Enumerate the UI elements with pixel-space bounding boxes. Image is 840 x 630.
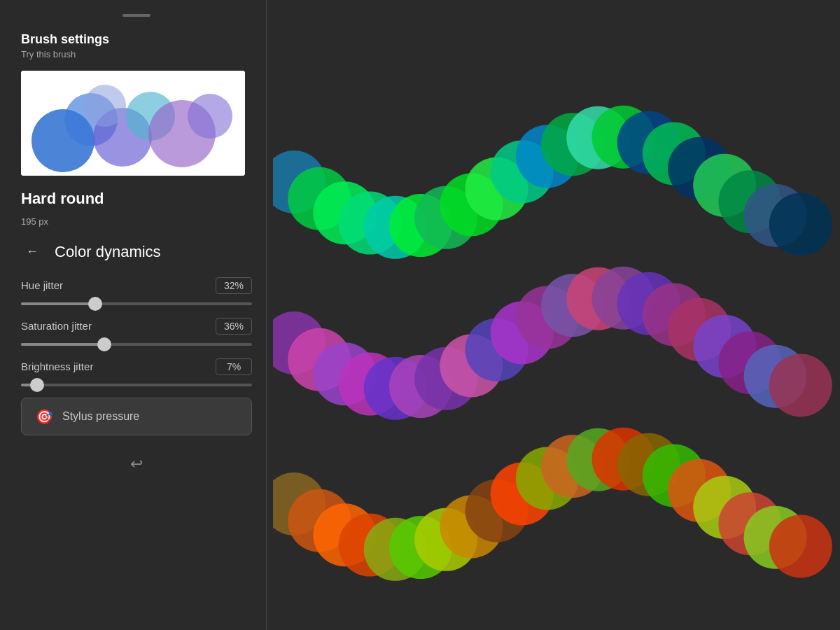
hue-jitter-fill — [21, 302, 95, 305]
brightness-jitter-label: Brightness jitter — [21, 360, 93, 372]
hue-jitter-value[interactable]: 32% — [216, 277, 252, 294]
saturation-jitter-thumb[interactable] — [97, 337, 111, 351]
brush-settings-title: Brush settings — [21, 32, 252, 48]
brightness-jitter-row: Brightness jitter 7% — [21, 358, 252, 375]
brightness-jitter-track[interactable] — [21, 384, 252, 386]
back-button[interactable]: ← — [21, 241, 43, 263]
panel-header: Brush settings Try this brush — [21, 32, 252, 59]
saturation-jitter-row: Saturation jitter 36% — [21, 318, 252, 335]
hue-jitter-thumb[interactable] — [88, 297, 102, 311]
hue-jitter-label: Hue jitter — [21, 279, 63, 291]
drag-handle[interactable] — [122, 14, 150, 17]
hue-jitter-row: Hue jitter 32% — [21, 277, 252, 294]
brush-name: Hard round — [21, 190, 252, 208]
brush-settings-panel: Brush settings Try this brush Hard round… — [0, 0, 273, 630]
brightness-jitter-thumb[interactable] — [30, 378, 44, 392]
saturation-jitter-label: Saturation jitter — [21, 320, 92, 332]
settings-area: Hue jitter 32% Saturation jitter 36% Bri… — [21, 277, 252, 386]
panel-divider — [266, 0, 267, 630]
color-dynamics-title: Color dynamics — [55, 243, 161, 261]
undo-icon: ↩ — [130, 455, 143, 473]
hue-jitter-track[interactable] — [21, 302, 252, 305]
hue-jitter-group: Hue jitter 32% — [21, 277, 252, 305]
stylus-icon: 🎯 — [36, 408, 52, 425]
brush-canvas[interactable] — [273, 0, 840, 630]
brush-preview[interactable] — [21, 71, 245, 176]
stylus-pressure-button[interactable]: 🎯 Stylus pressure — [21, 398, 252, 435]
brightness-jitter-group: Brightness jitter 7% — [21, 358, 252, 386]
undo-button[interactable]: ↩ — [21, 455, 252, 473]
saturation-jitter-track[interactable] — [21, 343, 252, 346]
try-brush-label: Try this brush — [21, 49, 252, 59]
section-header: ← Color dynamics — [21, 241, 252, 263]
saturation-jitter-value[interactable]: 36% — [216, 318, 252, 335]
saturation-jitter-group: Saturation jitter 36% — [21, 318, 252, 346]
stylus-pressure-label: Stylus pressure — [62, 410, 139, 423]
canvas-area[interactable] — [273, 0, 840, 630]
brightness-jitter-value[interactable]: 7% — [216, 358, 252, 375]
brush-size: 195 px — [21, 216, 252, 227]
saturation-jitter-fill — [21, 343, 104, 346]
